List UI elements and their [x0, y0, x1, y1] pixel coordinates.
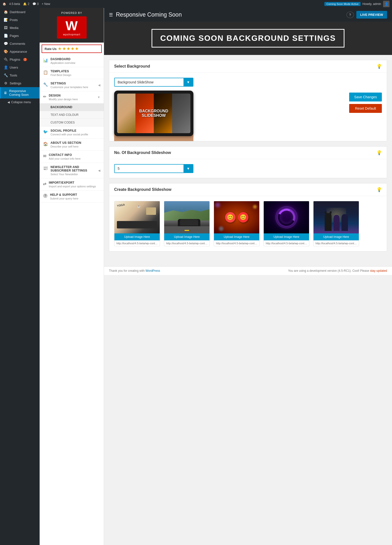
create-slideshow-body: YOGA ☕ Upload Image Here http://localhos… [109, 196, 387, 251]
sidebar-item-plugins[interactable]: 🔌 Plugins 2 [0, 55, 40, 63]
actions-side: Save Changes Reset Default [349, 78, 382, 113]
sidebar-item-tools[interactable]: 🔧 Tools [0, 71, 40, 79]
select-value: Background SlideShow [115, 78, 183, 86]
nav-item-title: DESIGN [49, 94, 78, 97]
admin-bar-comments[interactable]: 💬 0 [32, 2, 39, 6]
page-wrap: 🏠 Dashboard 📝 Posts 🖼 Media 📄 Pages 💬 Co… [0, 8, 392, 545]
design-sub-text-colour[interactable]: TEXT AND COLOUR [40, 111, 104, 119]
sidebar-item-label: Users [10, 66, 18, 69]
slideshow-count-arrow[interactable]: ▼ [183, 165, 193, 173]
sidebar-item-label: Posts [10, 18, 18, 22]
footer-thank-you: Thank you for creating with [109, 269, 145, 272]
tablet-container: BACKGROUNDSLIDESHOW [114, 91, 193, 136]
plugins-badge: 2 [23, 58, 27, 61]
design-nav-icon: ✏ [43, 94, 46, 99]
sidebar-item-label: Tools [10, 74, 17, 77]
content-area: Select Background 💡 Background SlideShow… [104, 55, 392, 261]
admin-avatar: 👤 [383, 1, 390, 7]
plugin-nav-contact[interactable]: ✉ CONTACT INFO Add your contact info her… [40, 151, 104, 163]
reset-default-button[interactable]: Reset Default [349, 104, 382, 113]
sidebar-item-label: Comments [10, 42, 25, 46]
live-preview-button[interactable]: LIVE PREVIEW [356, 11, 387, 19]
footer-wordpress-link[interactable]: WordPress [145, 269, 160, 272]
admin-bar-wp-icon[interactable]: 🏠 [2, 2, 6, 6]
create-slideshow-header: Create Background Slideshow 💡 [109, 183, 387, 196]
upload-btn-4[interactable]: Upload Image Here [264, 233, 309, 240]
collapse-menu[interactable]: ◀ Collapse menu [0, 99, 40, 106]
sidebar-item-users[interactable]: 👤 Users [0, 63, 40, 71]
bulb-icon-3[interactable]: 💡 [376, 187, 382, 192]
image-card-5: Upload Image Here http://localhost/4.5-b… [313, 201, 359, 246]
sidebar-item-media[interactable]: 🖼 Media [0, 24, 40, 32]
nav-item-title-wrap: SETTINGS Customize your templates here [51, 82, 88, 89]
image-url-5[interactable]: http://localhost/4.5-beta/wp-content/upl… [314, 240, 359, 246]
nav-item-title: IMPORT/EXPORT [49, 181, 96, 184]
background-select[interactable]: Background SlideShow ▼ [114, 78, 193, 87]
upload-btn-3[interactable]: Upload Image Here [214, 233, 259, 240]
footer-right: You are using a development version (4.5… [288, 269, 387, 272]
admin-bar-new[interactable]: + New [42, 2, 50, 6]
create-slideshow-section: Create Background Slideshow 💡 YOGA ☕ [109, 183, 387, 251]
slideshow-count-title: No. Of Background Slideshow [114, 150, 171, 155]
nav-item-content: IMPORT/EXPORT Import and export your opt… [49, 181, 96, 188]
collapse-icon: ◀ [7, 100, 10, 104]
sidebar-item-appearance[interactable]: 🎨 Appearance [0, 48, 40, 55]
design-sub-custom-codes[interactable]: CUSTOM CODES [40, 119, 104, 126]
image-thumb-1: YOGA ☕ [114, 201, 160, 233]
sidebar-item-posts[interactable]: 📝 Posts [0, 16, 40, 24]
sidebar-item-dashboard[interactable]: 🏠 Dashboard [0, 8, 40, 16]
slideshow-count-select[interactable]: 5 ▼ [114, 164, 193, 173]
nav-item-content: DESIGN Modify your design here ▼ [49, 94, 100, 101]
nav-item-sub: Customize your templates here [51, 86, 88, 89]
plugin-logo: W wpshopmart [57, 16, 87, 39]
plugin-nav-design[interactable]: ✏ DESIGN Modify your design here ▼ [40, 91, 104, 103]
upload-btn-2[interactable]: Upload Image Here [164, 233, 209, 240]
admin-bar-notifications[interactable]: 🔔 2 [23, 2, 29, 6]
select-background-section: Select Background 💡 Background SlideShow… [109, 60, 387, 141]
sidebar-item-settings[interactable]: ⚙ Settings [0, 79, 40, 87]
hamburger-icon[interactable]: ☰ [109, 12, 113, 18]
nav-item-title: HELP & SUPPORT [50, 193, 78, 197]
design-sub-background[interactable]: BACKGROUND [40, 103, 104, 111]
bulb-icon[interactable]: 💡 [376, 64, 382, 69]
appearance-icon: 🎨 [4, 50, 8, 53]
nav-item-title: SOCIAL PROFILE [51, 129, 88, 132]
sidebar-item-label: Dashboard [10, 10, 26, 14]
plugin-nav-social[interactable]: 🐦 SOCIAL PROFILE Connect with your socia… [40, 126, 104, 139]
plugin-nav-templates[interactable]: 📋 TEMPLATES Find Best Design [40, 67, 104, 79]
save-changes-button[interactable]: Save Changes [349, 93, 382, 101]
select-background-title: Select Background [114, 64, 150, 69]
nav-item-title: DASHBOARD [51, 57, 75, 61]
plugin-nav-help[interactable]: ? HELP & SUPPORT Submit your query here [40, 191, 104, 203]
upload-btn-1[interactable]: Upload Image Here [114, 233, 160, 240]
image-card-1: YOGA ☕ Upload Image Here http://localhos… [114, 201, 160, 246]
main-content: ☰ Responsive Coming Soon ? LIVE PREVIEW … [104, 8, 392, 545]
image-url-3[interactable]: http://localhost/4.5-beta/wp-content/upl… [214, 240, 259, 246]
image-url-1[interactable]: http://localhost/4.5-beta/wp-content/upl… [114, 240, 160, 246]
footer-stay-updated-link[interactable]: stay updated [370, 269, 387, 272]
sidebar-item-label: Responsive Coming Soon [9, 89, 37, 97]
page-footer: Thank you for creating with WordPress Yo… [104, 266, 392, 275]
sidebar-item-responsive-coming-soon[interactable]: 🖥 Responsive Coming Soon [0, 87, 40, 99]
plugin-nav-newsletter[interactable]: 📰 NEWSLETTER AND SUBSCRIBER SETTINGS Sel… [40, 163, 104, 178]
nav-item-title: CONTACT INFO [49, 153, 80, 157]
design-sub-menu: BACKGROUND TEXT AND COLOUR CUSTOM CODES [40, 103, 104, 126]
plugin-nav-dashboard[interactable]: 📊 DASHBOARD Application overview [40, 55, 104, 67]
nav-item-sub: Import and export your options settings [49, 185, 96, 188]
image-url-4[interactable]: http://localhost/4.5-beta/wp-content/upl… [264, 240, 309, 246]
logo-subtitle: wpshopmart [63, 33, 80, 36]
newsletter-nav-icon: 📰 [43, 166, 48, 171]
sidebar-item-label: Pages [10, 34, 19, 38]
upload-btn-5[interactable]: Upload Image Here [314, 233, 359, 240]
image-url-2[interactable]: http://localhost/4.5-beta/wp-content/upl… [164, 240, 209, 246]
rate-us-bar[interactable]: Rate Us ★ ★ ★ ★ ★ [42, 45, 102, 53]
plugin-nav-about[interactable]: 🏠 ABOUT US SECTION Describe your self he… [40, 139, 104, 151]
select-arrow[interactable]: ▼ [183, 78, 193, 86]
sidebar-item-pages[interactable]: 📄 Pages [0, 32, 40, 40]
sidebar-item-comments[interactable]: 💬 Comments [0, 40, 40, 48]
help-button[interactable]: ? [346, 12, 354, 18]
nav-item-sub: Connect with your social profile [51, 133, 88, 136]
plugin-nav-import-export[interactable]: ⇄ IMPORT/EXPORT Import and export your o… [40, 178, 104, 191]
bulb-icon-2[interactable]: 💡 [376, 150, 382, 155]
plugin-nav-settings[interactable]: 🔧 SETTINGS Customize your templates here… [40, 79, 104, 91]
